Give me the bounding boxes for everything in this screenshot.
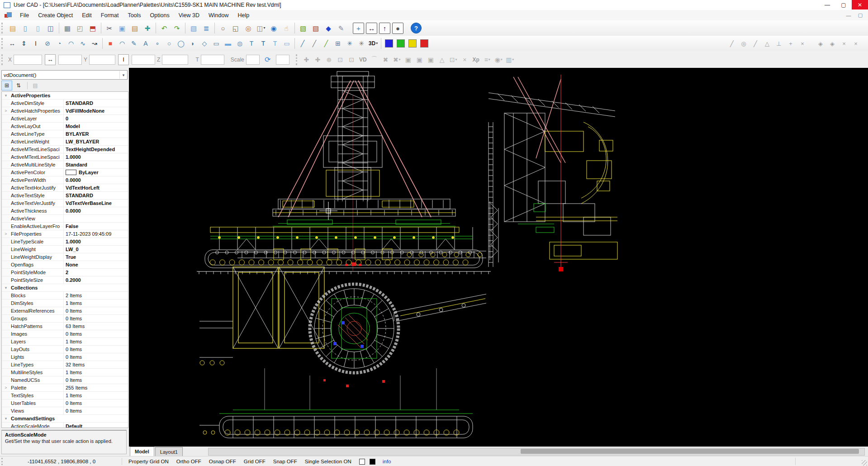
status-toggle-single-selection-on[interactable]: Single Selection ON [305,459,351,464]
expand-icon[interactable]: > [2,230,10,238]
property-row-activeview[interactable]: ActiveView [2,215,128,223]
expand-icon[interactable]: > [2,384,10,391]
property-row-groups[interactable]: Groups0 Items [2,315,128,323]
ellipse-icon[interactable]: ◯ [175,38,187,49]
help-icon[interactable]: ? [411,23,422,33]
undo-icon[interactable]: ↶ [158,22,171,34]
object-selector-combobox[interactable]: vdDocument() ▾ [1,70,128,80]
property-row-activetextverjustify[interactable]: ActiveTextVerJustifyVdTextVerBaseLine [2,200,128,207]
property-row-multilinestyles[interactable]: MultilineStyles1 Items [2,369,128,376]
dim-line-icon[interactable]: ╱ [726,38,738,49]
cut-icon[interactable]: ✂ [103,22,116,34]
minimize-button[interactable]: — [819,0,835,10]
menu-file[interactable]: File [15,10,33,20]
property-value[interactable]: 1.0000 [64,153,128,161]
horizontal-scrollbar[interactable] [208,448,865,456]
property-value[interactable]: 0.0000 [64,176,128,184]
property-row-textstyles[interactable]: TextStyles1 Items [2,392,128,399]
property-row-activemtextlinespaci[interactable]: ActiveMTextLineSpaciTextHeightDepended [2,146,128,153]
property-row-nameducss[interactable]: NamedUCSs0 Items [2,376,128,384]
status-toggle-osnap-off[interactable]: Osnap OFF [209,459,236,464]
property-value[interactable]: STANDARD [64,100,128,107]
sketch-icon[interactable]: ✎ [128,38,140,49]
dim-center-icon[interactable]: + [785,38,797,49]
property-row-activepencolor[interactable]: ActivePenColorByLayer [2,169,128,176]
paste-icon[interactable]: ▤ [128,22,141,34]
property-value[interactable]: 1 Items [64,392,128,399]
category-row-collections[interactable]: ▾Collections [2,284,128,292]
property-row-activetextstyle[interactable]: ActiveTextStyleSTANDARD [2,192,128,200]
property-value[interactable]: LW_0 [64,246,128,253]
property-value[interactable]: 2 Items [64,292,128,299]
property-row-openflags[interactable]: OpenflagsNone [2,261,128,269]
resize-grip[interactable] [862,460,867,466]
property-row-activemultilinestyle[interactable]: ActiveMultiLineStyleStandard [2,161,128,169]
print-preview-icon[interactable]: ◰ [74,22,86,34]
property-value[interactable]: 0.2000 [64,276,128,284]
horizontal-measure-button[interactable]: ↔ [45,54,56,65]
property-value[interactable]: Standard [64,161,128,168]
regen-all-icon[interactable]: ▧ [309,22,322,34]
draw-point-icon[interactable]: + [353,23,364,34]
snap-diamond-1-icon[interactable]: ◈ [815,38,826,49]
menu-view-3d[interactable]: View 3D [174,10,204,20]
t-input[interactable] [201,55,224,65]
fit-height-icon[interactable]: ⇕ [18,38,30,49]
selection-checkbox[interactable] [359,459,365,465]
property-value[interactable]: 0 Items [64,315,128,322]
property-row-pointstylemode[interactable]: PointStyleMode2 [2,269,128,276]
zoom-extents-icon[interactable]: ◎ [242,22,255,34]
property-row-lineweightdisplay[interactable]: LineWeightDisplayTrue [2,253,128,261]
property-value[interactable]: 0 Items [64,330,128,338]
property-row-activemtextlinespaci[interactable]: ActiveMTextLineSpaci1.0000 [2,153,128,161]
category-row-activeproperties[interactable]: ▾ActiveProperties [2,92,128,100]
mdi-minimize-button[interactable]: — [844,13,854,18]
property-value[interactable]: 0 Items [64,353,128,361]
property-value[interactable]: 1 Items [64,300,128,307]
menu-format[interactable]: Format [96,10,123,20]
drawing-canvas[interactable] [129,68,868,447]
color-yellow-icon[interactable] [407,38,418,49]
text-cursor-icon[interactable]: I [30,38,42,49]
property-row-hatchpatterns[interactable]: HatchPatterns63 Items [2,323,128,330]
export-pdf-icon[interactable]: ⬒ [86,22,99,34]
menu-tools[interactable]: Tools [123,10,145,20]
property-value[interactable]: True [64,253,128,261]
gear-complex-icon[interactable]: ✳ [344,38,356,49]
save-icon[interactable]: ◫ [44,22,57,34]
property-row-activetexthorjustify[interactable]: ActiveTextHorJustifyVdTextHorLeft [2,184,128,192]
polyline-icon[interactable]: ╱ [308,38,320,49]
image-adjust-icon[interactable]: ▧ [187,22,200,34]
property-value[interactable]: BYLAYER [64,130,128,138]
property-row-activedimstyle[interactable]: ActiveDimStyleSTANDARD [2,100,128,107]
dim-remove-icon[interactable]: × [797,38,808,49]
property-value[interactable]: LW_BYLAYER [64,138,128,145]
collapse-icon[interactable]: ▾ [2,284,10,291]
property-value[interactable]: 1 Items [64,338,128,345]
menu-edit[interactable]: Edit [77,10,96,20]
toolbar-grip[interactable] [1,23,5,33]
scale-input[interactable] [246,55,260,65]
copy-icon[interactable]: ▣ [116,22,128,34]
property-value[interactable]: VdTextHorLeft [64,184,128,191]
print-icon[interactable]: ▦ [61,22,74,34]
stretch-icon[interactable]: ↔ [6,38,18,49]
text-icon[interactable]: T [246,38,257,49]
collapse-icon[interactable]: ▾ [2,415,10,422]
property-row-linetypescale[interactable]: LineTypeScale1.0000 [2,238,128,246]
property-value[interactable]: STANDARD [64,192,128,199]
property-value[interactable]: 0.0000 [64,207,128,214]
horizontal-scrollbar-thumb[interactable] [521,449,859,454]
property-value[interactable]: 2 [64,269,128,276]
color-red-icon[interactable] [418,38,430,49]
property-row-activelinetype[interactable]: ActiveLineTypeBYLAYER [2,130,128,138]
property-row-layouts[interactable]: LayOuts0 Items [2,346,128,353]
y2-input[interactable] [132,55,155,65]
toolbar-grip[interactable] [296,54,299,65]
y-input[interactable] [89,55,115,65]
status-toggle-snap-off[interactable]: Snap OFF [273,459,297,464]
filled-rectangle-icon[interactable]: ▬ [222,38,234,49]
property-row-images[interactable]: Images0 Items [2,330,128,338]
expand-icon[interactable]: > [2,107,10,114]
open-document-icon[interactable]: ▯ [32,22,44,34]
